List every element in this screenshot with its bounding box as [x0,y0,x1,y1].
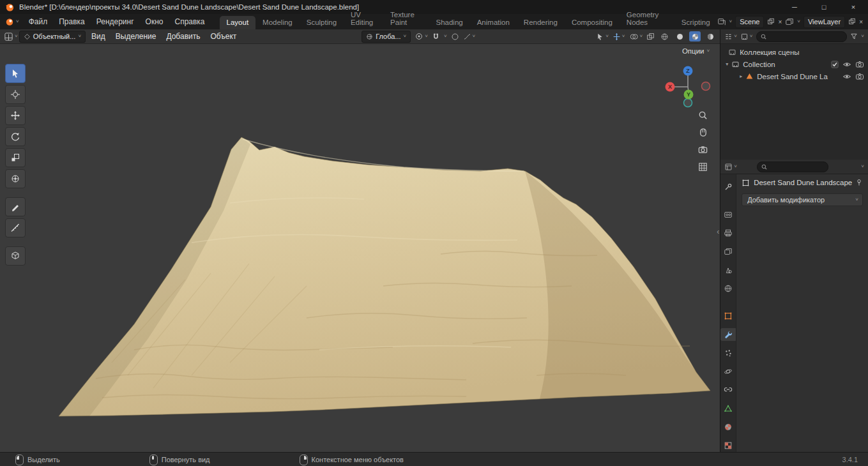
tab-sculpting[interactable]: Sculpting [300,16,344,29]
tab-material-properties[interactable] [720,421,736,433]
menu-file[interactable]: Файл [23,14,54,29]
outliner-menu-chevron[interactable]: ˅ [861,34,864,39]
shading-material-button[interactable] [689,31,701,41]
row-scene-collection[interactable]: Коллекция сцены [720,46,868,58]
viewlayer-name-field[interactable]: ViewLayer [803,16,845,28]
properties-editor-type-button[interactable]: ˅ [724,163,737,171]
tab-compositing[interactable]: Compositing [565,16,620,29]
menu-render[interactable]: Рендеринг [91,14,140,29]
hide-in-viewport-icon[interactable] [842,72,851,81]
tab-particle-properties[interactable] [720,347,736,359]
snap-toggle[interactable] [432,33,440,41]
row-collection[interactable]: ▾ Collection [720,58,868,70]
tab-scripting[interactable]: Scripting [674,16,717,29]
add-cube-tool[interactable] [5,246,26,266]
xray-toggle[interactable] [646,33,655,41]
shading-solid-button[interactable] [674,31,685,41]
measure-tool[interactable] [5,218,26,237]
menu-object[interactable]: Объект [206,32,241,41]
cursor-tool[interactable] [5,85,26,104]
menu-help[interactable]: Справка [169,14,210,29]
unlink-scene-icon[interactable]: × [778,19,782,26]
tab-layout[interactable]: Layout [220,16,256,29]
transform-orientation-dropdown[interactable]: Глоба... ˅ [362,31,411,43]
filter-funnel-icon[interactable] [850,33,858,40]
disclosure-triangle-icon[interactable]: ▸ [740,74,742,79]
tab-animation[interactable]: Animation [470,16,517,29]
menu-view[interactable]: Вид [87,32,110,41]
pan-hand-button[interactable] [697,127,708,138]
tab-uv-editing[interactable]: UV Editing [344,8,383,29]
overlays-toggle[interactable]: ˅ [629,33,643,41]
tab-viewlayer-properties[interactable] [720,245,736,258]
hide-in-viewport-icon[interactable] [842,60,851,69]
tab-object-data-properties[interactable] [720,402,736,415]
options-dropdown[interactable]: Опции ˅ [682,47,710,55]
properties-menu-chevron[interactable]: ˅ [861,164,864,169]
tab-constraint-properties[interactable] [720,384,736,396]
tab-rendering[interactable]: Rendering [517,16,565,29]
tab-texture-properties[interactable] [720,439,736,452]
shading-rendered-button[interactable] [704,31,716,41]
tab-object-properties[interactable] [720,310,736,322]
blender-menu-button[interactable]: ˅ [0,17,23,26]
collection-checkbox[interactable] [831,61,839,68]
add-modifier-dropdown[interactable]: Добавить модификатор ˅ [742,193,863,206]
annotate-tool[interactable] [5,197,26,216]
disable-in-renders-icon[interactable] [855,72,864,81]
tab-render-properties[interactable] [720,208,736,221]
tab-world-properties[interactable] [720,282,736,295]
close-button[interactable]: × [839,0,868,14]
tab-texture-paint[interactable]: Texture Paint [383,8,429,29]
remove-viewlayer-icon[interactable]: × [859,19,863,26]
outliner-display-mode-button[interactable]: ˅ [740,33,753,41]
tab-geometry-nodes[interactable]: Geometry Nodes [620,8,674,29]
region-collapse-arrow[interactable]: ‹ [717,227,719,236]
tab-shading[interactable]: Shading [429,16,469,29]
camera-view-button[interactable] [697,144,708,155]
maximize-button[interactable]: □ [809,0,839,14]
move-tool[interactable] [5,106,26,125]
chevron-down-icon[interactable]: ˅ [729,19,733,24]
new-scene-icon[interactable] [767,18,775,26]
object-type-visibility-dropdown[interactable]: ˅ [596,33,609,41]
new-viewlayer-icon[interactable] [848,18,856,26]
tab-modifier-properties[interactable] [720,328,736,341]
tab-physics-properties[interactable] [720,365,736,378]
viewport-3d[interactable]: ˅ Объектный... ˅ Вид Выделение Добавить … [0,29,720,452]
mode-dropdown[interactable]: Объектный... ˅ [19,31,86,43]
menu-edit[interactable]: Правка [53,14,91,29]
disclosure-triangle-icon[interactable]: ▾ [726,62,728,67]
terrain-mesh[interactable] [0,43,720,452]
select-box-tool[interactable] [5,64,26,83]
proportional-edit-toggle[interactable] [451,33,459,41]
pin-icon[interactable] [855,179,863,186]
transform-tool[interactable] [5,169,26,188]
outliner-editor-type-button[interactable]: ˅ [724,33,737,41]
outliner-search-input[interactable] [756,31,848,42]
tab-scene-properties[interactable] [720,264,736,276]
row-object[interactable]: ▸ Desert Sand Dune La [720,70,868,82]
rotate-tool[interactable] [5,127,26,146]
tab-modeling[interactable]: Modeling [255,16,300,29]
tab-output-properties[interactable] [720,227,736,239]
zoom-button[interactable] [697,110,708,121]
menu-select[interactable]: Выделение [111,32,161,41]
snap-settings-dropdown[interactable]: ˅ [444,34,447,39]
scale-tool[interactable] [5,148,26,167]
chevron-down-icon[interactable]: ˅ [797,19,800,24]
shading-wireframe-button[interactable] [659,31,670,41]
disable-in-renders-icon[interactable] [855,60,864,69]
menu-window[interactable]: Окно [140,14,169,29]
toggle-ortho-button[interactable] [697,162,708,172]
falloff-dropdown[interactable]: ˅ [463,33,476,41]
menu-add[interactable]: Добавить [162,32,204,41]
scene-name-field[interactable]: Scene [735,16,764,28]
gizmos-toggle[interactable]: ˅ [613,33,625,41]
view-layer-icon[interactable] [785,17,794,26]
properties-search-input[interactable] [757,162,828,172]
editor-type-button[interactable]: ˅ [4,32,18,41]
minimize-button[interactable]: ─ [780,0,809,14]
navigation-gizmo[interactable]: Z X Y [660,61,714,115]
browse-scene-icon[interactable] [717,17,726,26]
